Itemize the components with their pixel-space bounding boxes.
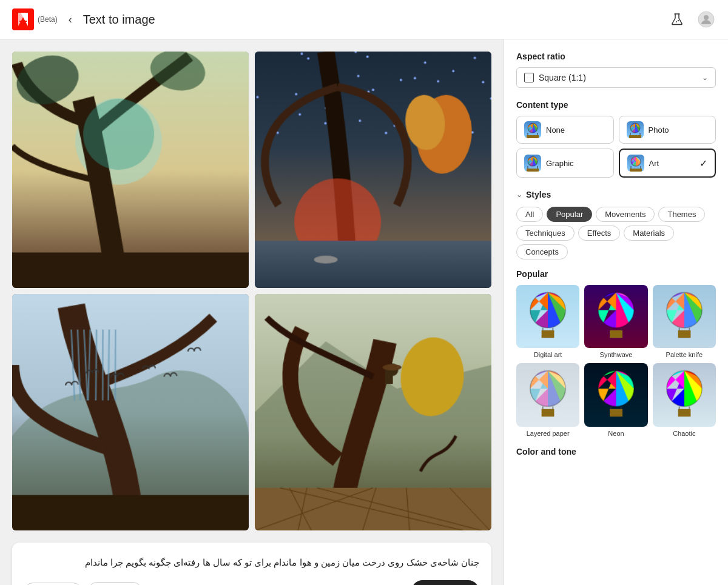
app-header: (Beta) ‹ Text to image <box>0 0 728 39</box>
style-neon-label: Neon <box>584 430 647 437</box>
flask-icon-button[interactable] <box>667 10 687 29</box>
selected-check-icon: ✓ <box>699 158 707 169</box>
content-type-photo[interactable]: Photo <box>619 116 716 144</box>
filter-effects[interactable]: Effects <box>578 226 621 241</box>
style-layered-paper[interactable]: Layered paper <box>516 363 579 436</box>
back-button[interactable]: ‹ <box>69 13 72 26</box>
filter-materials[interactable]: Materials <box>624 226 674 241</box>
right-panel: Aspect ratio Square (1:1) ⌄ Content type… <box>504 39 728 585</box>
content-type-art[interactable]: Art ✓ <box>619 149 716 178</box>
filter-themes[interactable]: Themes <box>658 207 705 222</box>
style-palette-knife-label: Palette knife <box>653 351 716 358</box>
styles-section-header[interactable]: ⌄ Styles <box>516 190 716 199</box>
content-type-grid: None Photo Graphic Art ✓ <box>516 116 716 178</box>
style-chaotic[interactable]: Chaotic <box>653 363 716 436</box>
generated-image-3[interactable] <box>12 294 249 530</box>
aspect-ratio-label: Aspect ratio <box>516 52 716 61</box>
styles-grid: Digital art Synthwave Palette knife Laye… <box>516 285 716 437</box>
header-icons <box>667 10 716 29</box>
aspect-ratio-value: Square (1:1) <box>539 73 697 82</box>
styles-label: Styles <box>526 190 551 199</box>
refresh-button[interactable]: Refresh <box>411 580 479 586</box>
generated-image-1[interactable] <box>12 52 249 288</box>
svg-point-6 <box>678 20 679 21</box>
square-icon <box>524 73 534 82</box>
style-layered-paper-label: Layered paper <box>516 430 579 437</box>
content-type-graphic[interactable]: Graphic <box>516 149 614 178</box>
beta-badge: (Beta) <box>38 15 58 24</box>
flask-icon <box>670 13 684 26</box>
clear-style-button[interactable]: Clear style <box>24 583 82 586</box>
adobe-logo: (Beta) <box>12 8 58 30</box>
content-type-none-label: None <box>546 125 565 135</box>
svg-rect-0 <box>12 8 34 30</box>
page-title: Text to image <box>83 13 155 27</box>
style-neon[interactable]: Neon <box>584 363 647 436</box>
content-type-art-label: Art <box>649 159 659 168</box>
style-palette-knife[interactable]: Palette knife <box>653 285 716 358</box>
svg-point-5 <box>676 21 677 22</box>
main-container: چنان شاخه‌ی خشک روی درخت میان زمین و هوا… <box>0 39 728 585</box>
style-chaotic-label: Chaotic <box>653 430 716 437</box>
adobe-icon <box>12 8 34 30</box>
content-type-label: Content type <box>516 100 716 110</box>
image-grid <box>12 52 491 530</box>
chevron-left-icon: ⌄ <box>516 190 522 199</box>
aspect-ratio-dropdown[interactable]: Square (1:1) ⌄ <box>516 67 716 88</box>
content-type-graphic-label: Graphic <box>546 159 574 168</box>
filter-techniques[interactable]: Techniques <box>516 226 575 241</box>
generated-image-4[interactable] <box>255 294 491 530</box>
prompt-area: چنان شاخه‌ی خشک روی درخت میان زمین و هوا… <box>12 543 491 585</box>
filter-popular[interactable]: Popular <box>547 207 592 222</box>
filter-concepts[interactable]: Concepts <box>516 244 568 259</box>
chevron-down-icon: ⌄ <box>702 73 708 82</box>
filter-all[interactable]: All <box>516 207 543 222</box>
prompt-actions: Clear style Art ✕ Refresh <box>24 580 479 586</box>
svg-rect-3 <box>19 21 27 22</box>
popular-styles-label: Popular <box>516 269 716 279</box>
style-tag-art: Art ✕ <box>88 582 142 585</box>
style-digital-art[interactable]: Digital art <box>516 285 579 358</box>
prompt-text[interactable]: چنان شاخه‌ی خشک روی درخت میان زمین و هوا… <box>24 555 479 570</box>
user-avatar-button[interactable] <box>696 10 716 29</box>
avatar-icon <box>698 11 715 28</box>
content-type-none[interactable]: None <box>516 116 614 144</box>
color-tone-label: Color and tone <box>516 447 716 456</box>
style-synthwave[interactable]: Synthwave <box>584 285 647 358</box>
content-type-photo-label: Photo <box>649 125 669 135</box>
style-filters: All Popular Movements Themes Techniques … <box>516 207 716 259</box>
filter-movements[interactable]: Movements <box>596 207 655 222</box>
style-synthwave-label: Synthwave <box>584 351 647 358</box>
style-digital-art-label: Digital art <box>516 351 579 358</box>
generated-image-2[interactable] <box>255 52 491 288</box>
left-panel: چنان شاخه‌ی خشک روی درخت میان زمین و هوا… <box>0 39 504 585</box>
svg-point-8 <box>704 15 709 20</box>
